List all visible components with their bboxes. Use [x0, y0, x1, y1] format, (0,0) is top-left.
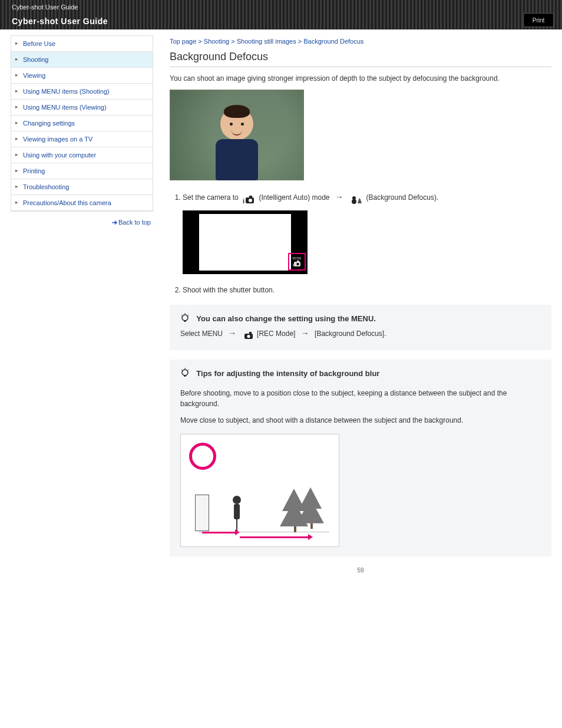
menu-hint-title: You can also change the setting using th…: [196, 314, 376, 323]
svg-rect-7: [297, 261, 299, 262]
print-button[interactable]: Print: [523, 13, 554, 27]
tips-box: Tips for adjusting the intensity of back…: [170, 360, 551, 556]
person-diagram-icon: [229, 496, 244, 531]
arrow-icon: ➔: [112, 219, 117, 226]
distance-diagram: [180, 434, 339, 547]
step-2: Shoot with the shutter button.: [183, 285, 551, 295]
intro-text: You can shoot an image giving stronger i…: [170, 73, 551, 84]
svg-point-17: [247, 335, 250, 338]
header-bar: Cyber-shot User Guide Cyber-shot User Gu…: [0, 0, 562, 29]
note1-c: [Background Defocus].: [315, 330, 386, 338]
tips-body1: Before shooting, move to a position clos…: [180, 388, 541, 409]
sidebar-item-printing[interactable]: Printing: [11, 163, 153, 179]
sidebar-item-shooting[interactable]: Shooting: [11, 52, 153, 68]
sidebar-item-tv[interactable]: Viewing images on a TV: [11, 131, 153, 147]
svg-text:i: i: [293, 263, 294, 267]
guide-title: Cyber-shot User Guide: [12, 17, 108, 26]
hint-icon: [180, 313, 190, 327]
steps-list: Set the camera to i (Intelligent Auto) m…: [170, 191, 551, 295]
background-defocus-icon: [351, 194, 362, 205]
camera-diagram-icon: [195, 495, 209, 531]
step-1: Set the camera to i (Intelligent Auto) m…: [183, 191, 551, 274]
svg-rect-11: [184, 320, 186, 322]
svg-point-10: [182, 315, 188, 321]
svg-point-5: [352, 196, 356, 200]
svg-point-2: [249, 199, 252, 202]
intelligent-auto-icon: i: [242, 194, 255, 205]
lcd-illustration: MODE i: [183, 210, 308, 274]
breadcrumb[interactable]: Top page > Shooting > Shooting still ima…: [170, 38, 551, 45]
sample-photo: [170, 90, 304, 180]
svg-point-18: [182, 370, 188, 375]
step1-text-b: (Intelligent Auto) mode: [259, 193, 331, 202]
distance-arrow-2: [240, 536, 309, 538]
arrow-right-icon: →: [335, 192, 343, 202]
svg-line-14: [188, 315, 189, 316]
step1-text-a: Set the camera to: [183, 193, 240, 202]
mode-button-highlight: MODE i: [288, 253, 306, 271]
sidebar-nav: Before Use Shooting Viewing Using MENU i…: [11, 35, 153, 212]
step1-text-c: (Background Defocus).: [366, 193, 439, 202]
note1-a: Select MENU: [180, 330, 224, 338]
page-number: 59: [170, 567, 551, 574]
site-label: Cyber-shot User Guide: [12, 4, 78, 11]
trees-diagram-icon: [281, 467, 328, 532]
sidebar-item-before-use[interactable]: Before Use: [11, 36, 153, 52]
page-title: Background Defocus: [170, 51, 551, 67]
good-indicator-circle-icon: [189, 443, 216, 470]
svg-rect-19: [184, 375, 186, 377]
svg-point-8: [296, 262, 299, 265]
back-to-top-label: Back to top: [118, 219, 151, 226]
svg-line-22: [188, 370, 189, 371]
sidebar-item-troubleshooting[interactable]: Troubleshooting: [11, 179, 153, 195]
tips-body2: Move close to subject, and shoot with a …: [180, 415, 541, 426]
note1-b: [REC Mode]: [257, 330, 297, 338]
menu-hint-box: You can also change the setting using th…: [170, 305, 551, 350]
arrow-right-icon: →: [301, 328, 309, 338]
back-to-top-link[interactable]: ➔Back to top: [11, 219, 153, 226]
arrow-right-icon: →: [228, 328, 236, 338]
sidebar-item-precautions[interactable]: Precautions/About this camera: [11, 195, 153, 211]
sidebar-item-menu-shooting[interactable]: Using MENU items (Shooting): [11, 84, 153, 100]
svg-text:i: i: [243, 197, 244, 205]
sidebar-item-changing-settings[interactable]: Changing settings: [11, 116, 153, 131]
svg-rect-16: [249, 332, 252, 334]
camera-rec-icon: [244, 330, 253, 341]
sidebar-item-computer[interactable]: Using with your computer: [11, 147, 153, 163]
svg-line-13: [181, 315, 183, 316]
tips-title: Tips for adjusting the intensity of back…: [196, 369, 379, 378]
svg-rect-1: [249, 196, 252, 198]
hint-icon: [180, 368, 190, 382]
sidebar-item-menu-viewing[interactable]: Using MENU items (Viewing): [11, 100, 153, 116]
svg-point-4: [352, 199, 356, 204]
sidebar-item-viewing[interactable]: Viewing: [11, 68, 153, 84]
distance-arrow-1: [202, 532, 236, 533]
svg-line-21: [181, 370, 183, 371]
